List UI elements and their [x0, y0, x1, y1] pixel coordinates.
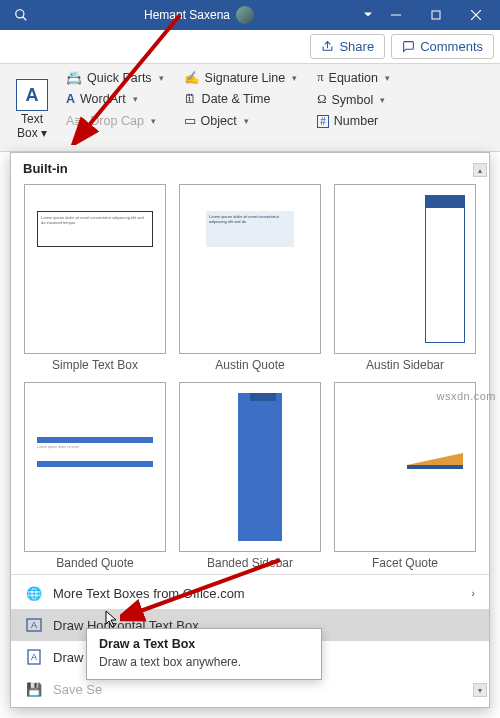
chevron-right-icon: › [471, 587, 475, 599]
annotation-arrow-1 [70, 10, 200, 145]
gallery-item-banded-sidebar[interactable]: Banded Sidebar [176, 380, 324, 572]
gallery-item-austin-quote[interactable]: Lorem ipsum dolor sit amet consectetur a… [176, 182, 324, 374]
share-icon [321, 40, 334, 53]
symbol-button[interactable]: Ω Symbol▾ [313, 90, 394, 109]
annotation-arrow-2 [120, 555, 290, 625]
svg-line-11 [135, 560, 280, 613]
comment-icon [402, 40, 415, 53]
text-box-label-2: Box [17, 126, 38, 140]
text-box-button[interactable]: A Text Box ▾ [8, 68, 56, 151]
svg-text:A: A [31, 620, 37, 630]
cursor-icon [105, 610, 119, 628]
svg-rect-3 [432, 11, 440, 19]
gallery-item-austin-sidebar[interactable]: Austin Sidebar [331, 182, 479, 374]
comments-button[interactable]: Comments [391, 34, 494, 59]
vertical-text-box-icon: A [25, 648, 43, 666]
text-box-draw-icon: A [25, 616, 43, 634]
text-box-icon: A [16, 79, 48, 111]
watermark: wsxdn.com [436, 390, 496, 402]
equation-button[interactable]: π Equation▾ [313, 68, 394, 87]
number-icon: # [317, 115, 329, 128]
text-box-gallery: Lorem ipsum dolor sit amet consectetur a… [11, 182, 489, 575]
svg-point-0 [16, 10, 24, 18]
thumb-austin-quote: Lorem ipsum dolor sit amet consectetur a… [179, 184, 321, 354]
user-avatar [236, 6, 254, 24]
comments-label: Comments [420, 39, 483, 54]
svg-line-1 [23, 17, 27, 21]
tooltip-body: Draw a text box anywhere. [99, 655, 309, 669]
thumb-simple-text-box: Lorem ipsum dolor sit amet consectetur a… [24, 184, 166, 354]
svg-line-10 [85, 15, 180, 130]
equation-icon: π [317, 70, 323, 85]
close-button[interactable] [456, 0, 496, 30]
text-box-label-1: Text [21, 112, 43, 126]
save-icon: 💾 [25, 680, 43, 698]
gallery-item-banded-quote[interactable]: Lorem ipsum dolor sit amet Banded Quote [21, 380, 169, 572]
search-icon[interactable] [4, 8, 38, 22]
tooltip-draw-text-box: Draw a Text Box Draw a text box anywhere… [86, 628, 322, 680]
share-label: Share [339, 39, 374, 54]
thumb-austin-sidebar [334, 184, 476, 354]
globe-icon: 🌐 [25, 584, 43, 602]
number-button[interactable]: # Number [313, 112, 394, 130]
account-dropdown-icon[interactable] [360, 11, 376, 19]
thumb-facet-quote [334, 382, 476, 552]
symbol-icon: Ω [317, 92, 326, 107]
gallery-scrollbar[interactable]: ▴ ▾ [473, 182, 487, 575]
gallery-item-facet-quote[interactable]: Facet Quote [331, 380, 479, 572]
gallery-item-simple-text-box[interactable]: Lorem ipsum dolor sit amet consectetur a… [21, 182, 169, 374]
thumb-banded-quote: Lorem ipsum dolor sit amet [24, 382, 166, 552]
maximize-button[interactable] [416, 0, 456, 30]
svg-text:A: A [31, 652, 37, 662]
tooltip-title: Draw a Text Box [99, 637, 309, 651]
thumb-banded-sidebar [179, 382, 321, 552]
share-button[interactable]: Share [310, 34, 385, 59]
builtin-header: Built-in [11, 153, 489, 182]
minimize-button[interactable] [376, 0, 416, 30]
